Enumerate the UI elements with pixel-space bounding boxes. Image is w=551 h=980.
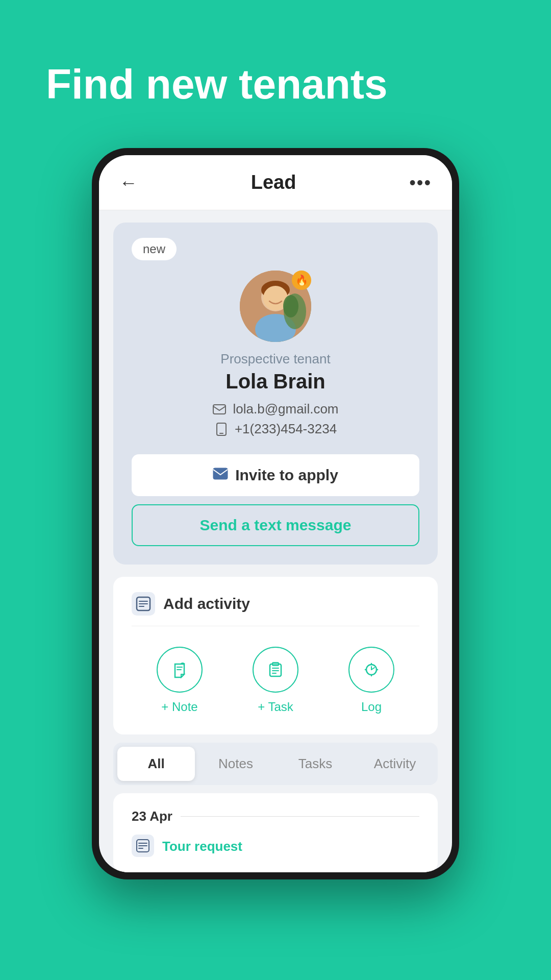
app-header: ← Lead •••: [99, 155, 452, 210]
hot-badge: 🔥: [292, 271, 311, 290]
new-badge: new: [132, 238, 177, 260]
invite-to-apply-button[interactable]: Invite to apply: [132, 454, 419, 496]
tab-all[interactable]: All: [117, 747, 195, 781]
timeline-date-row: 23 Apr: [132, 808, 419, 824]
tenant-name: Lola Brain: [226, 370, 325, 393]
screen-title: Lead: [251, 172, 296, 193]
profile-card: new: [113, 223, 438, 565]
email-value: lola.b@gmail.com: [233, 401, 338, 417]
log-icon-circle: [348, 647, 394, 693]
activity-section: Add activity + No: [113, 577, 438, 734]
envelope-icon: [213, 467, 228, 483]
timeline-item[interactable]: Tour request: [132, 835, 419, 857]
more-options-button[interactable]: •••: [409, 172, 432, 193]
page-title: Find new tenants: [0, 0, 551, 148]
tabs-bar: All Notes Tasks Activity: [113, 743, 438, 785]
date-label: 23 Apr: [132, 808, 172, 824]
note-label: + Note: [161, 700, 197, 714]
phone-icon: [214, 422, 229, 436]
avatar-wrapper: 🔥: [240, 271, 311, 342]
log-button[interactable]: Log: [348, 647, 394, 714]
tab-notes[interactable]: Notes: [197, 747, 274, 781]
phone-row: +1(233)454-3234: [214, 421, 337, 437]
send-text-message-button[interactable]: Send a text message: [132, 504, 419, 546]
timeline-section: 23 Apr Tour request: [113, 793, 438, 872]
back-button[interactable]: ←: [119, 172, 138, 193]
task-label: + Task: [258, 700, 293, 714]
tab-activity[interactable]: Activity: [356, 747, 434, 781]
email-icon: [212, 402, 227, 416]
svg-rect-7: [213, 405, 226, 414]
timeline-item-label: Tour request: [162, 835, 242, 854]
add-task-button[interactable]: + Task: [253, 647, 298, 714]
email-row: lola.b@gmail.com: [212, 401, 338, 417]
activity-header: Add activity: [132, 592, 419, 626]
tab-tasks[interactable]: Tasks: [277, 747, 354, 781]
prospect-label: Prospective tenant: [220, 351, 330, 367]
action-buttons: + Note + Task: [132, 642, 419, 719]
activity-icon: [132, 592, 155, 616]
invite-button-label: Invite to apply: [235, 467, 338, 484]
tour-request-icon: [132, 835, 154, 857]
log-label: Log: [361, 700, 382, 714]
svg-point-6: [283, 295, 298, 317]
task-icon-circle: [253, 647, 298, 693]
phone-mockup: ← Lead ••• new: [92, 148, 459, 879]
date-divider: [181, 816, 419, 817]
add-activity-label: Add activity: [163, 595, 250, 612]
phone-value: +1(233)454-3234: [235, 421, 337, 437]
svg-rect-10: [213, 468, 228, 479]
note-icon-circle: [157, 647, 203, 693]
add-note-button[interactable]: + Note: [157, 647, 203, 714]
